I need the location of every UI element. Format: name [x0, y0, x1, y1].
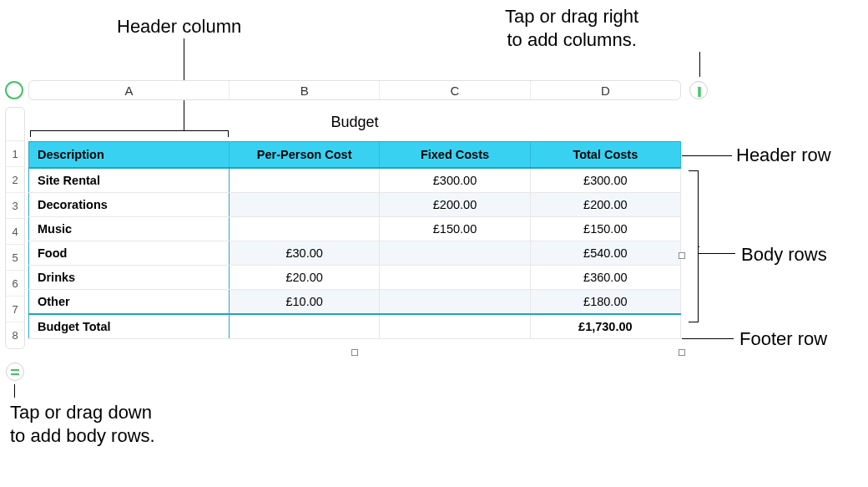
table-row[interactable]: Food £30.00 £540.00 [29, 241, 681, 266]
row-bar-spacer [6, 108, 24, 141]
cell-desc[interactable]: Food [29, 241, 230, 266]
cell-fixed[interactable]: £300.00 [380, 168, 530, 193]
cell-desc[interactable]: Other [29, 290, 230, 315]
cell-fixed[interactable]: £150.00 [380, 217, 530, 241]
cell-total[interactable]: £360.00 [530, 266, 680, 290]
add-columns-handle[interactable]: || [689, 81, 708, 99]
budget-table[interactable]: Description Per-Person Cost Fixed Costs … [28, 141, 681, 339]
row-number-8[interactable]: 8 [6, 322, 24, 348]
header-per-person[interactable]: Per-Person Cost [230, 142, 380, 169]
cell-desc[interactable]: Music [29, 217, 230, 241]
header-description[interactable]: Description [29, 142, 230, 169]
callout-body-rows: Body rows [741, 243, 827, 266]
cell-fixed[interactable] [380, 241, 530, 266]
header-row[interactable]: Description Per-Person Cost Fixed Costs … [29, 142, 681, 169]
callout-add-columns: Tap or drag right to add columns. [505, 5, 638, 51]
callout-add-body-rows: Tap or drag down to add body rows. [10, 401, 155, 447]
callout-header-column: Header column [117, 15, 241, 38]
table-wrap: Budget Description Per-Person Cost Fixed… [28, 107, 681, 339]
cell-total[interactable]: £300.00 [530, 168, 680, 193]
bracket-body-rows-stub [699, 246, 699, 247]
cell-fixed[interactable] [380, 266, 530, 290]
table-origin-handle[interactable] [5, 81, 23, 99]
cell-total[interactable]: £200.00 [530, 193, 680, 217]
header-total[interactable]: Total Costs [530, 142, 680, 169]
column-header-D[interactable]: D [531, 81, 680, 99]
row-number-1[interactable]: 1 [6, 141, 24, 167]
cell-fixed[interactable] [380, 290, 530, 315]
row-number-7[interactable]: 7 [6, 297, 24, 322]
table-title[interactable]: Budget [28, 107, 681, 141]
selection-handle-bottom[interactable] [351, 349, 358, 356]
selection-handle-right[interactable] [679, 252, 685, 259]
column-header-C[interactable]: C [380, 81, 530, 99]
row-number-bar[interactable]: 1 2 3 4 5 6 7 8 [5, 107, 25, 349]
cell-desc[interactable]: Budget Total [29, 314, 230, 339]
header-fixed[interactable]: Fixed Costs [380, 142, 530, 169]
cell-total[interactable]: £540.00 [530, 241, 680, 266]
cell-total[interactable]: £180.00 [530, 290, 680, 315]
table-row[interactable]: Drinks £20.00 £360.00 [29, 266, 681, 290]
cell-total[interactable]: £1,730.00 [530, 314, 680, 339]
cell-per[interactable] [230, 193, 380, 217]
leader-body-rows [699, 253, 735, 254]
add-rows-handle[interactable] [6, 363, 24, 381]
cell-fixed[interactable]: £200.00 [380, 193, 530, 217]
row-number-6[interactable]: 6 [6, 271, 24, 297]
cell-desc[interactable]: Decorations [29, 193, 230, 217]
cell-per[interactable]: £30.00 [230, 241, 380, 266]
footer-row[interactable]: Budget Total £1,730.00 [29, 314, 681, 339]
cell-desc[interactable]: Drinks [29, 266, 230, 290]
leader-add-columns [699, 52, 700, 77]
cell-per[interactable]: £10.00 [230, 290, 380, 315]
table-row[interactable]: Other £10.00 £180.00 [29, 290, 681, 315]
table-row[interactable]: Site Rental £300.00 £300.00 [29, 168, 681, 193]
row-number-5[interactable]: 5 [6, 245, 24, 271]
callout-footer-row: Footer row [739, 327, 827, 351]
leader-header-row [682, 155, 732, 156]
cell-per[interactable] [230, 168, 380, 193]
cell-fixed[interactable] [380, 314, 530, 339]
row-number-2[interactable]: 2 [6, 167, 24, 193]
column-letter-bar[interactable]: A B C D [28, 80, 681, 100]
leader-footer-row [682, 338, 734, 339]
cell-desc[interactable]: Site Rental [29, 168, 230, 193]
cell-per[interactable] [230, 314, 380, 339]
selection-handle-corner[interactable] [679, 349, 685, 356]
cell-per[interactable] [230, 217, 380, 241]
cell-per[interactable]: £20.00 [230, 266, 380, 290]
table-row[interactable]: Music £150.00 £150.00 [29, 217, 681, 241]
column-header-B[interactable]: B [230, 81, 380, 99]
column-header-A[interactable]: A [29, 81, 230, 99]
table-row[interactable]: Decorations £200.00 £200.00 [29, 193, 681, 217]
callout-header-row: Header row [736, 144, 831, 167]
leader-add-body-rows [14, 384, 15, 398]
row-number-4[interactable]: 4 [6, 219, 24, 245]
row-number-3[interactable]: 3 [6, 193, 24, 219]
cell-total[interactable]: £150.00 [530, 217, 680, 241]
bracket-body-rows [689, 170, 699, 322]
